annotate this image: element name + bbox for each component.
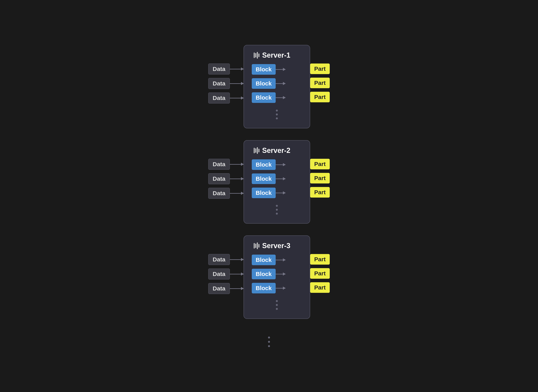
block-box: Block <box>252 269 276 279</box>
dot <box>276 205 278 207</box>
table-row: Block <box>252 64 285 75</box>
icon-bar <box>257 52 258 59</box>
table-row: Data <box>208 173 244 184</box>
table-row: Part <box>310 78 330 88</box>
arrow-icon <box>230 98 244 98</box>
icon-bar <box>258 53 260 57</box>
part-box: Part <box>310 268 330 279</box>
dot <box>276 209 278 211</box>
server-1-group: Data Data Data <box>208 45 330 128</box>
dot <box>268 345 270 347</box>
server-2-part-column: Part Part Part <box>310 140 330 198</box>
icon-bar <box>255 244 256 248</box>
bottom-ellipsis <box>268 336 270 347</box>
arrow-icon <box>230 288 244 289</box>
server-3-part-column: Part Part Part <box>310 235 330 293</box>
table-row: Part <box>310 254 330 265</box>
server-3-data-column: Data Data Data <box>208 235 244 294</box>
server-3-group: Data Data Data <box>208 235 330 319</box>
table-row: Data <box>208 254 244 265</box>
table-row: Part <box>310 159 330 169</box>
icon-bar <box>257 147 258 154</box>
part-box: Part <box>310 282 330 293</box>
server-3-header: Server-3 <box>252 242 302 250</box>
table-row: Data <box>208 159 244 170</box>
block-box: Block <box>252 64 276 75</box>
icon-bar <box>254 148 255 153</box>
server-2-group: Data Data Data <box>208 140 330 224</box>
server-1-part-column: Part Part Part <box>310 45 330 102</box>
data-box: Data <box>208 78 230 89</box>
data-box: Data <box>208 64 230 75</box>
arrow-icon <box>230 83 244 84</box>
arrow-icon <box>276 274 285 274</box>
dot <box>276 113 278 116</box>
icon-bar <box>258 244 260 247</box>
block-box: Block <box>252 78 276 89</box>
dot <box>276 213 278 215</box>
server-2-box: Server-2 Block Block Block <box>244 140 310 224</box>
server-icon <box>254 147 260 154</box>
part-box: Part <box>310 92 330 102</box>
server-icon <box>254 243 260 249</box>
arrow-icon <box>230 178 244 179</box>
part-box: Part <box>310 64 330 74</box>
dot <box>276 308 278 310</box>
block-box: Block <box>252 159 276 170</box>
block-box: Block <box>252 283 276 294</box>
arrow-icon <box>276 164 285 165</box>
table-row: Part <box>310 64 330 74</box>
data-box: Data <box>208 269 230 280</box>
table-row: Data <box>208 64 244 75</box>
table-row: Block <box>252 187 285 198</box>
block-box: Block <box>252 173 276 184</box>
table-row: Block <box>252 255 285 265</box>
table-row: Block <box>252 159 285 170</box>
table-row: Data <box>208 93 244 103</box>
table-row: Block <box>252 78 285 89</box>
data-box: Data <box>208 173 230 184</box>
dot <box>268 341 270 343</box>
server-3-label: Server-3 <box>262 242 290 250</box>
table-row: Part <box>310 92 330 102</box>
arrow-icon <box>276 288 285 289</box>
server-icon <box>254 52 260 59</box>
block-box: Block <box>252 187 276 198</box>
arrow-icon <box>230 164 244 165</box>
icon-bar <box>258 149 260 152</box>
main-diagram: Data Data Data <box>208 45 330 347</box>
table-row: Part <box>310 187 330 198</box>
arrow-icon <box>230 193 244 194</box>
part-box: Part <box>310 187 330 198</box>
server-3-box: Server-3 Block Block Block <box>244 235 310 319</box>
arrow-icon <box>276 260 285 260</box>
table-row: Block <box>252 283 285 294</box>
part-box: Part <box>310 254 330 265</box>
table-row: Block <box>252 269 285 279</box>
table-row: Data <box>208 78 244 89</box>
table-row: Data <box>208 269 244 280</box>
server-1-box: Server-1 Block Block Block <box>244 45 310 128</box>
arrow-icon <box>230 69 244 69</box>
part-box: Part <box>310 78 330 88</box>
table-row: Part <box>310 173 330 183</box>
arrow-icon <box>276 83 285 84</box>
table-row: Data <box>208 188 244 199</box>
server-2-label: Server-2 <box>262 146 290 155</box>
icon-bar <box>255 53 256 57</box>
dot <box>276 300 278 302</box>
server-2-header: Server-2 <box>252 146 302 155</box>
table-row: Block <box>252 173 285 184</box>
ellipsis <box>252 202 302 215</box>
data-box: Data <box>208 254 230 265</box>
server-1-header: Server-1 <box>252 51 302 59</box>
data-box: Data <box>208 283 230 294</box>
dot <box>276 110 278 112</box>
data-box: Data <box>208 93 230 103</box>
table-row: Part <box>310 268 330 279</box>
arrow-icon <box>230 259 244 260</box>
data-box: Data <box>208 188 230 199</box>
arrow-icon <box>276 178 285 179</box>
block-box: Block <box>252 92 276 103</box>
table-row: Block <box>252 92 285 103</box>
